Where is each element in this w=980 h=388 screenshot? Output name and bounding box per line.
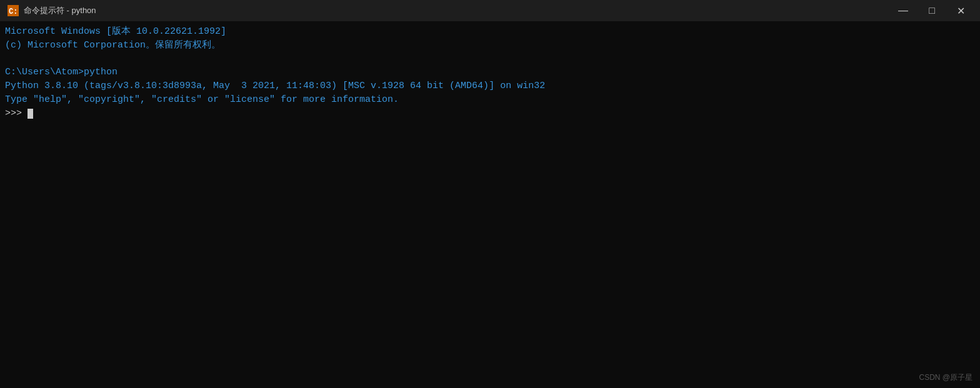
terminal-line-4: C:\Users\Atom>python [5, 66, 975, 79]
terminal-line-1: Microsoft Windows [版本 10.0.22621.1992] [5, 25, 975, 39]
window-controls: — □ ✕ [889, 0, 975, 21]
terminal-line-3 [5, 52, 975, 66]
prompt-symbol: >>> [5, 108, 28, 119]
terminal-body[interactable]: Microsoft Windows [版本 10.0.22621.1992] (… [0, 21, 980, 388]
app-icon: C: [8, 5, 19, 16]
close-button[interactable]: ✕ [946, 0, 975, 21]
window-title: 命令提示符 - python [24, 5, 96, 16]
terminal-line-2: (c) Microsoft Corporation。保留所有权利。 [5, 39, 975, 52]
cursor [28, 109, 33, 119]
maximize-button[interactable]: □ [918, 0, 946, 21]
terminal-prompt: >>> [5, 108, 33, 119]
svg-text:C:: C: [9, 7, 18, 16]
title-bar: C: 命令提示符 - python — □ ✕ [0, 0, 980, 21]
minimize-button[interactable]: — [889, 0, 918, 21]
terminal-line-5: Python 3.8.10 (tags/v3.8.10:3d8993a, May… [5, 79, 975, 93]
watermark: CSDN @原子星 [919, 372, 972, 383]
window: C: 命令提示符 - python — □ ✕ Microsoft Window… [0, 0, 980, 388]
terminal-line-6: Type "help", "copyright", "credits" or "… [5, 93, 975, 107]
title-bar-left: C: 命令提示符 - python [8, 5, 96, 16]
